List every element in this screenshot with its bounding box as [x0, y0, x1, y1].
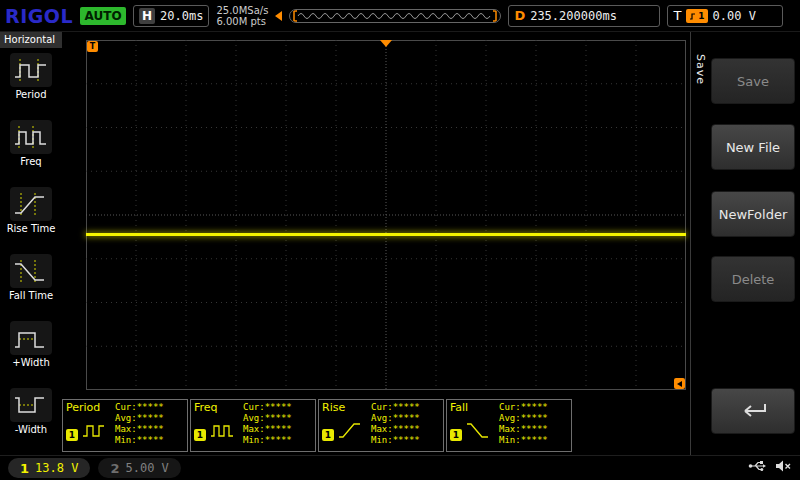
acquisition-info: 25.0MSa/s 6.00M pts [216, 5, 268, 27]
timebase-value: 20.0ms [160, 9, 203, 23]
run-state-badge: AUTO [80, 7, 126, 25]
sidebar-item-label: +Width [0, 357, 62, 368]
back-button[interactable] [711, 388, 795, 434]
trigger-box: T 1 0.00 V [667, 5, 783, 27]
freq-icon [10, 120, 52, 154]
sidebar-item-label: Fall Time [0, 290, 62, 301]
measurement-stats: Cur:***** Avg:***** Max:***** Min:***** [115, 402, 184, 449]
measurement-name: Fall [450, 402, 496, 414]
save-button[interactable]: Save [711, 58, 795, 104]
fall-icon [465, 419, 491, 441]
rise-time-icon [10, 187, 52, 221]
channel-badge: 1 [66, 429, 78, 441]
sidebar-item-minus-width[interactable]: -Width [0, 383, 62, 450]
measurement-panel: Period 1 Cur:***** Avg:***** Max:***** M… [62, 399, 572, 452]
horizontal-reference-marker-icon: T [87, 41, 98, 52]
channel1-trace [86, 233, 686, 236]
measurement-rise[interactable]: Rise 1 Cur:***** Avg:***** Max:***** Min… [318, 399, 444, 452]
sidebar-item-period[interactable]: Period [0, 48, 62, 115]
rigol-logo: RIGOL [5, 5, 73, 27]
trigger-label: T [673, 8, 681, 23]
memory-depth: 6.00M pts [216, 16, 268, 27]
speaker-muted-icon [775, 459, 792, 473]
new-folder-button[interactable]: NewFolder [711, 191, 795, 237]
delay-value: 235.200000ms [530, 9, 617, 23]
sidebar-item-rise-time[interactable]: Rise Time [0, 182, 62, 249]
period-icon [81, 419, 107, 441]
new-file-button[interactable]: New File [711, 124, 795, 170]
horizontal-timebase-box: H 20.0ms [133, 5, 209, 27]
channel1-status[interactable]: 1 13.8 V [8, 458, 90, 478]
channel2-status[interactable]: 2 5.00 V [98, 458, 180, 478]
trigger-source-badge: 1 [686, 9, 707, 23]
channel2-number: 2 [110, 461, 119, 476]
menu-tab-label: Save [694, 54, 707, 85]
sample-rate: 25.0MSa/s [216, 5, 268, 16]
fall-time-icon [10, 254, 52, 288]
trigger-source: 1 [698, 11, 704, 21]
horizontal-label: H [139, 8, 155, 24]
measurement-name: Period [66, 402, 112, 414]
softkey-menu: Save Save New File NewFolder Delete [690, 32, 800, 455]
period-icon [10, 53, 52, 87]
measurement-stats: Cur:***** Avg:***** Max:***** Min:***** [499, 402, 568, 449]
sidebar-item-label: Freq [0, 156, 62, 167]
sidebar-item-freq[interactable]: Freq [0, 115, 62, 182]
enter-icon [735, 401, 771, 421]
channel2-scale: 5.00 V [125, 461, 168, 475]
rising-edge-icon [689, 11, 697, 21]
sidebar-item-label: Rise Time [0, 223, 62, 234]
system-status-icons [748, 459, 792, 473]
waveform-display: T [86, 40, 686, 390]
minus-width-icon [10, 388, 52, 422]
usb-icon [748, 459, 766, 473]
top-status-bar: RIGOL AUTO H 20.0ms 25.0MSa/s 6.00M pts … [0, 0, 800, 32]
channel-status-bar: 1 13.8 V 2 5.00 V [0, 455, 800, 480]
sidebar-item-fall-time[interactable]: Fall Time [0, 249, 62, 316]
freq-icon [209, 419, 235, 441]
measurement-stats: Cur:***** Avg:***** Max:***** Min:***** [243, 402, 312, 449]
channel-badge: 1 [194, 429, 206, 441]
measurement-period[interactable]: Period 1 Cur:***** Avg:***** Max:***** M… [62, 399, 188, 452]
measurement-name: Freq [194, 402, 240, 414]
measurement-name: Rise [322, 402, 368, 414]
sidebar-item-label: -Width [0, 424, 62, 435]
delay-label: D [514, 8, 525, 23]
delay-box: D 235.200000ms [508, 5, 660, 27]
trigger-level-marker-icon [674, 378, 685, 389]
channel-badge: 1 [450, 429, 462, 441]
trigger-level: 0.00 V [713, 9, 756, 23]
sidebar-item-plus-width[interactable]: +Width [0, 316, 62, 383]
measure-item-sidebar: Horizontal Period Freq [0, 32, 62, 455]
trigger-position-marker-icon [380, 40, 392, 47]
channel1-number: 1 [20, 461, 29, 476]
sidebar-item-label: Period [0, 89, 62, 100]
oscilloscope-screen: RIGOL AUTO H 20.0ms 25.0MSa/s 6.00M pts … [0, 0, 800, 480]
channel-badge: 1 [322, 429, 334, 441]
channel1-scale: 13.8 V [35, 461, 78, 475]
plus-width-icon [10, 321, 52, 355]
delete-button[interactable]: Delete [711, 256, 795, 302]
measurement-freq[interactable]: Freq 1 Cur:***** Avg:***** Max:***** Min… [190, 399, 316, 452]
memory-waveform-icon [290, 10, 500, 22]
rise-icon [337, 419, 363, 441]
graticule [86, 40, 686, 390]
memory-waveform-bar [289, 9, 501, 23]
sidebar-title: Horizontal [0, 32, 62, 48]
measurement-stats: Cur:***** Avg:***** Max:***** Min:***** [371, 402, 440, 449]
memory-window-pointer-icon [275, 11, 282, 21]
measurement-fall[interactable]: Fall 1 Cur:***** Avg:***** Max:***** Min… [446, 399, 572, 452]
